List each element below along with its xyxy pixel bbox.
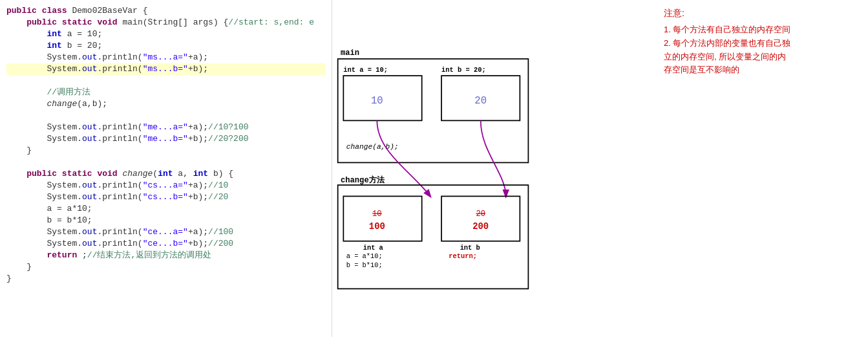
svg-text:int b = 20;: int b = 20;: [441, 66, 486, 74]
code-line: int b = 20;: [6, 40, 325, 52]
code-line: change(a,b);: [6, 98, 325, 110]
code-line: System.out.println("ce...b="+b);//200: [6, 238, 325, 250]
code-line: System.out.println("cs...b="+b);//20: [6, 191, 325, 203]
code-line: //调用方法: [6, 87, 325, 98]
code-line: System.out.println("ms...b="+b);: [6, 63, 325, 75]
code-line: public class Demo02BaseVar {: [6, 5, 325, 17]
svg-rect-0: [338, 59, 529, 162]
svg-rect-4: [344, 76, 422, 120]
svg-text:10: 10: [372, 210, 382, 219]
code-line: public static void main(String[] args) {…: [6, 17, 325, 28]
svg-rect-10: [338, 185, 529, 288]
svg-text:a = a*10;: a = a*10;: [346, 252, 383, 260]
code-line: }: [6, 261, 325, 273]
svg-text:change(a,b);: change(a,b);: [346, 143, 399, 151]
svg-text:int a: int a: [363, 244, 383, 252]
code-line: }: [6, 145, 325, 157]
svg-text:main: main: [341, 49, 359, 58]
note-item-4: 存空间是互不影响的: [664, 63, 862, 77]
code-line: System.out.println("cs...a="+a);//10: [6, 180, 325, 191]
svg-rect-14: [441, 196, 520, 241]
svg-text:200: 200: [472, 221, 489, 232]
svg-text:int b: int b: [460, 244, 480, 252]
code-line: System.out.println("ce...a="+a);//100: [6, 226, 325, 238]
code-line: [6, 75, 325, 87]
svg-text:20: 20: [476, 210, 486, 219]
svg-text:return;: return;: [449, 252, 478, 260]
code-line: public static void change(int a, int b) …: [6, 168, 325, 180]
notes-title: 注意:: [664, 8, 862, 19]
svg-text:20: 20: [475, 95, 487, 107]
svg-text:b = b*10;: b = b*10;: [346, 261, 383, 269]
code-line: System.out.println("me...b="+b);//20?200: [6, 133, 325, 145]
code-line: int a = 10;: [6, 28, 325, 40]
note-item-1: 1. 每个方法有自己独立的内存空间: [664, 23, 862, 37]
svg-text:int a = 10;: int a = 10;: [344, 66, 388, 74]
svg-text:10: 10: [371, 95, 383, 107]
notes-text: 1. 每个方法有自己独立的内存空间 2. 每个方法内部的变量也有自己独 立的内存…: [664, 23, 862, 77]
notes-panel: 注意: 1. 每个方法有自己独立的内存空间 2. 每个方法内部的变量也有自己独 …: [657, 0, 868, 337]
code-line: System.out.println("ms...a="+a);: [6, 52, 325, 63]
code-line: System.out.println("me...a="+a);//10?100: [6, 122, 325, 133]
svg-text:100: 100: [369, 221, 385, 232]
code-line: }: [6, 273, 325, 285]
code-line: [6, 157, 325, 168]
code-line: a = a*10;: [6, 203, 325, 215]
note-item-2: 2. 每个方法内部的变量也有自己独: [664, 37, 862, 50]
code-line: [6, 110, 325, 122]
diagram-panel: main int a = 10; int b = 20; 10 20 chang…: [332, 0, 657, 337]
code-line: b = b*10;: [6, 215, 325, 226]
code-line: return ;//结束方法,返回到方法的调用处: [6, 250, 325, 261]
code-panel: public class Demo02BaseVar { public stat…: [0, 0, 332, 337]
note-item-3: 立的内存空间, 所以变量之间的内: [664, 50, 862, 64]
svg-text:change方法: change方法: [341, 175, 385, 185]
svg-rect-11: [344, 196, 422, 241]
svg-rect-6: [441, 76, 520, 120]
